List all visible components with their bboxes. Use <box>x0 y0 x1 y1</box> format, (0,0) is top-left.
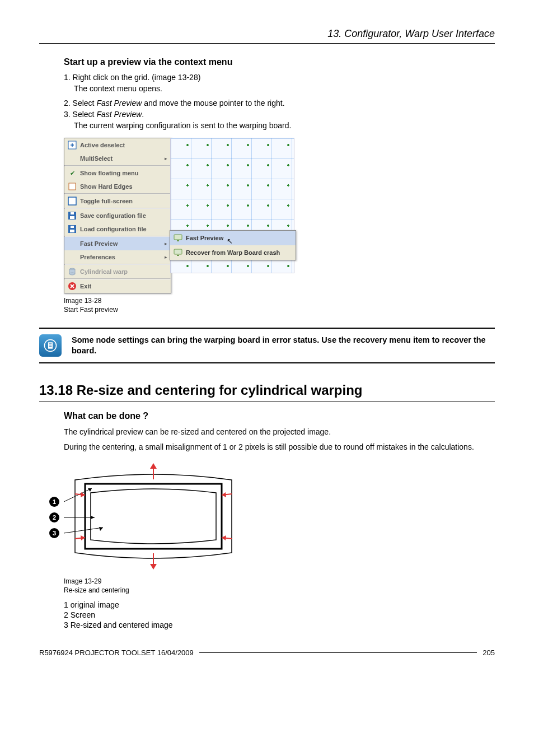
blank-icon <box>68 154 77 163</box>
step-1-sub: The context menu opens. <box>74 84 495 93</box>
cylinder-icon <box>68 267 77 276</box>
legend-1: 1 original image <box>64 600 495 609</box>
svg-rect-19 <box>174 249 182 254</box>
load-icon <box>68 225 77 234</box>
warp-grid-bg: Fast Preview Recover from Warp Board cra… <box>170 138 294 273</box>
svg-rect-6 <box>70 216 74 219</box>
step-2-pre: 2. Select <box>64 99 96 108</box>
callout-1: 1 <box>49 497 59 507</box>
svg-rect-4 <box>68 197 76 205</box>
callout-3: 3 <box>49 528 59 538</box>
step-3-em: Fast Preview <box>96 110 142 119</box>
svg-rect-7 <box>71 212 74 214</box>
menu-label: Show Hard Edges <box>80 183 166 190</box>
figure-13-28: Active deselect MultiSelect ✔ Show float… <box>64 138 495 314</box>
menu-multiselect[interactable]: MultiSelect <box>64 152 171 165</box>
deselect-icon <box>68 141 77 150</box>
svg-rect-17 <box>174 235 182 240</box>
section-13-18-heading: 13.18 Re-size and centering for cylindri… <box>39 382 495 398</box>
menu-label: Cylindrical warp <box>80 268 166 275</box>
menu-label: Fast Preview <box>80 240 166 247</box>
blank-icon <box>68 253 77 262</box>
page-footer: R5976924 PROJECTOR TOOLSET 16/04/2009 20… <box>39 648 495 657</box>
menu-show-floating[interactable]: ✔ Show floating menu <box>64 166 171 180</box>
footer-page-number: 205 <box>483 648 495 657</box>
exit-icon <box>68 282 77 291</box>
menu-toggle-fullscreen[interactable]: Toggle full-screen <box>64 194 171 208</box>
svg-line-27 <box>64 488 92 502</box>
fast-preview-submenu: Fast Preview Recover from Warp Board cra… <box>170 230 296 260</box>
note-text: Some node settings can bring the warping… <box>72 335 495 357</box>
resize-diagram-svg <box>64 460 243 572</box>
step-2: 2. Select Fast Preview and move the mous… <box>64 99 495 108</box>
step-2-em: Fast Preview <box>96 99 142 108</box>
step-3-sub: The current warping configuration is sen… <box>74 121 495 130</box>
svg-point-13 <box>69 273 75 275</box>
cursor-icon: ↖ <box>227 237 233 245</box>
menu-label: Active deselect <box>80 142 166 148</box>
svg-rect-18 <box>177 240 179 241</box>
fig2-cap: Re-size and centering <box>64 586 495 595</box>
startup-heading: Start up a preview via the context menu <box>64 57 495 67</box>
submenu-recover[interactable]: Recover from Warp Board crash <box>170 245 296 260</box>
menu-preferences[interactable]: Preferences <box>64 250 171 264</box>
svg-marker-30 <box>91 516 95 519</box>
menu-fast-preview[interactable]: Fast Preview <box>64 237 171 250</box>
section-rule <box>39 402 495 402</box>
menu-cylindrical-warp: Cylindrical warp <box>64 265 171 278</box>
checkbox-icon <box>68 182 77 191</box>
step-1: 1. Right click on the grid. (image 13-28… <box>64 73 495 82</box>
svg-line-31 <box>64 528 103 533</box>
running-head: 13. Configurator, Warp User Interface <box>39 28 495 40</box>
menu-label: Exit <box>80 283 166 290</box>
menu-save-config[interactable]: Save configuration file <box>64 209 171 222</box>
menu-label: MultiSelect <box>80 155 166 162</box>
svg-rect-3 <box>69 183 76 190</box>
menu-label: Save configuration file <box>80 212 166 219</box>
legend-3: 3 Re-sized and centered image <box>64 620 495 629</box>
submenu-fast-preview[interactable]: Fast Preview <box>170 231 296 245</box>
figure-13-29: 1 2 3 <box>64 460 495 595</box>
fig1-cap: Start Fast preview <box>64 306 495 315</box>
svg-marker-33 <box>150 463 157 469</box>
menu-load-config[interactable]: Load configuration file <box>64 222 171 236</box>
fullscreen-icon <box>68 197 77 206</box>
svg-rect-20 <box>177 255 179 256</box>
menu-show-hard-edges[interactable]: Show Hard Edges <box>64 180 171 193</box>
context-menu: Active deselect MultiSelect ✔ Show float… <box>64 138 171 293</box>
step-3-pre: 3. Select <box>64 110 96 119</box>
para-1: The cylindrical preview can be re-sized … <box>64 427 495 437</box>
menu-label: Preferences <box>80 254 166 260</box>
svg-rect-22 <box>48 343 53 349</box>
svg-rect-10 <box>71 226 74 228</box>
svg-marker-35 <box>150 564 157 570</box>
check-icon: ✔ <box>68 169 77 178</box>
footer-left: R5976924 PROJECTOR TOOLSET 16/04/2009 <box>39 648 194 657</box>
menu-label: Load configuration file <box>80 226 166 232</box>
menu-active-deselect[interactable]: Active deselect <box>64 138 171 152</box>
menu-label: Show floating menu <box>80 170 166 176</box>
monitor-icon <box>174 248 182 257</box>
legend-2: 2 Screen <box>64 610 495 619</box>
menu-label: Toggle full-screen <box>80 198 166 204</box>
head-rule <box>39 43 495 44</box>
svg-marker-32 <box>99 527 103 531</box>
blank-icon <box>68 239 77 248</box>
fig2-num: Image 13-29 <box>64 577 495 586</box>
note-icon <box>39 334 62 357</box>
step-2-post: and move the mouse pointer to the right. <box>142 99 284 108</box>
step-3-post: . <box>142 110 144 119</box>
para-2: During the centering, a small misalignme… <box>64 442 495 452</box>
callout-2: 2 <box>49 512 59 522</box>
svg-rect-26 <box>85 484 222 549</box>
fig1-num: Image 13-28 <box>64 297 495 306</box>
save-icon <box>68 211 77 220</box>
submenu-label: Recover from Warp Board crash <box>186 249 291 256</box>
menu-exit[interactable]: Exit <box>64 279 171 293</box>
note-block: Some node settings can bring the warping… <box>39 328 495 363</box>
submenu-label: Fast Preview <box>186 235 291 241</box>
step-3: 3. Select Fast Preview. <box>64 110 495 119</box>
what-can-be-done-heading: What can be done ? <box>64 411 495 421</box>
monitor-icon <box>174 234 182 242</box>
svg-rect-9 <box>70 230 74 232</box>
